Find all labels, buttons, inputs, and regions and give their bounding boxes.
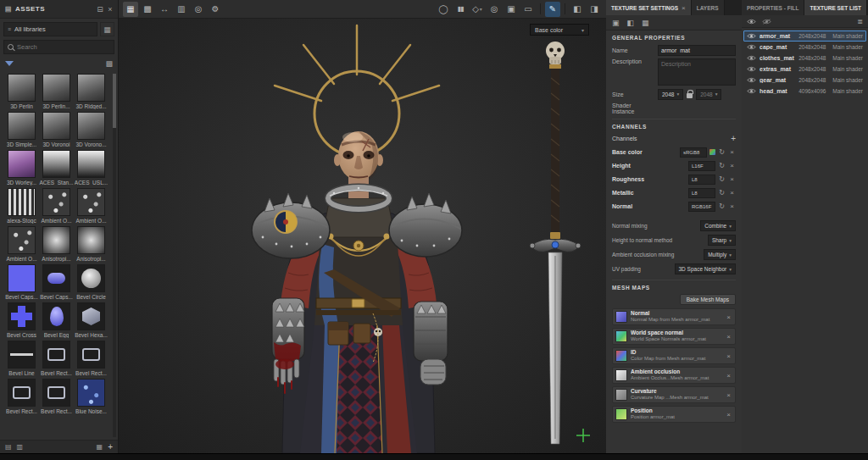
channel-format-dropdown[interactable]: sRGB8 xyxy=(680,147,707,158)
asset-item[interactable]: 3D Perlin... xyxy=(39,74,74,109)
asset-item[interactable]: ACES_Stan... xyxy=(39,150,74,186)
falloff-icon[interactable]: ◎ xyxy=(487,2,502,17)
texture-set-row[interactable]: clothes_mat 2048x2048 Main shader xyxy=(743,53,866,64)
viewport-settings-icon[interactable]: ⚙ xyxy=(208,2,223,17)
asset-item[interactable]: Bevel Rect... xyxy=(39,341,74,376)
delete-channel-icon[interactable]: × xyxy=(728,162,736,169)
display-settings-icon[interactable]: ▭ xyxy=(520,2,536,17)
tile-mode-icon[interactable]: ▥ xyxy=(174,2,189,17)
asset-item[interactable]: 3D Ridged... xyxy=(74,74,108,109)
shelf-grid-icon[interactable]: ▦ xyxy=(97,443,103,451)
normal-mixing-dropdown[interactable]: Combine ▾ xyxy=(700,220,736,231)
camera-icon[interactable]: ▣ xyxy=(504,2,519,17)
asset-item[interactable]: Bevel Cross xyxy=(4,302,39,338)
mesh-map-row[interactable]: World space normalWorld Space Normals ar… xyxy=(612,328,736,345)
asset-item[interactable]: Bevel Circle xyxy=(74,264,108,300)
texture-set-row[interactable]: head_mat 4096x4096 Main shader xyxy=(743,86,866,97)
asset-item[interactable]: Bevel Rect... xyxy=(39,379,74,414)
library-dropdown[interactable]: ≡ All libraries xyxy=(3,22,97,36)
perspective-grid-icon[interactable]: ▦ xyxy=(123,2,138,17)
clear-mesh-map-icon[interactable]: × xyxy=(725,411,732,418)
description-field[interactable]: Description xyxy=(658,58,736,86)
asset-item[interactable]: 3D Worley... xyxy=(4,150,39,186)
clear-mesh-map-icon[interactable]: × xyxy=(725,352,732,360)
search-input[interactable] xyxy=(17,43,110,51)
asset-item[interactable]: Bevel Egg xyxy=(39,302,74,338)
asset-item[interactable]: Ambient O... xyxy=(74,188,108,224)
shelf-list-icon[interactable]: ▥ xyxy=(17,443,24,451)
texture-set-row[interactable]: extras_mat 2048x2048 Main shader xyxy=(743,64,866,75)
viewport-channel-dropdown[interactable]: Base color ▾ xyxy=(530,24,589,36)
asset-item[interactable]: 3D Perlin xyxy=(4,74,39,109)
selection-shape-icon[interactable]: ◇▾ xyxy=(470,2,485,17)
mesh-map-row[interactable]: NormalNormal Map from Mesh armor_mat × xyxy=(612,308,736,325)
eye-icon[interactable] xyxy=(747,77,756,83)
reset-channel-icon[interactable]: ↻ xyxy=(718,162,726,169)
asset-item[interactable]: Bevel Line xyxy=(4,341,39,376)
eye-icon[interactable] xyxy=(747,55,756,61)
panel-right-toggle-icon[interactable]: ◨ xyxy=(587,2,602,17)
add-channel-button[interactable]: + xyxy=(731,134,736,143)
mesh-map-row[interactable]: IDColor Map from Mesh armor_mat × xyxy=(612,347,736,364)
reset-channel-icon[interactable]: ↻ xyxy=(718,202,726,210)
asset-item[interactable]: Bevel Rect... xyxy=(4,379,39,414)
clear-mesh-map-icon[interactable]: × xyxy=(725,391,732,399)
shelf-view-icon[interactable]: ▤ xyxy=(5,443,12,451)
tab-properties-fill[interactable]: PROPERTIES - FILL xyxy=(742,0,804,15)
tab-texture-set-list[interactable]: TEXTURE SET LIST xyxy=(804,0,867,15)
delete-channel-icon[interactable]: × xyxy=(728,202,736,210)
uv-mode-icon[interactable]: ▦ xyxy=(642,19,649,27)
asset-item[interactable]: 3D Vorono... xyxy=(74,112,108,147)
assets-scrollbar-thumb[interactable] xyxy=(113,74,116,128)
focus-icon[interactable]: ◎ xyxy=(191,2,206,17)
clear-mesh-map-icon[interactable]: × xyxy=(725,313,732,321)
list-options-icon[interactable]: ≣ xyxy=(857,18,863,25)
size-dropdown[interactable]: 2048 ▾ xyxy=(658,89,683,100)
viewport-3d-canvas[interactable]: Base color ▾ xyxy=(119,19,606,453)
asset-item[interactable]: Bevel Caps... xyxy=(4,264,39,300)
height-to-normal-dropdown[interactable]: Sharp ▾ xyxy=(708,235,736,246)
channel-format-dropdown[interactable]: L8 xyxy=(688,175,715,185)
material-mode-icon[interactable]: ▣ xyxy=(612,19,620,27)
reset-channel-icon[interactable]: ↻ xyxy=(718,189,726,197)
close-tab-icon[interactable]: × xyxy=(682,4,686,12)
thumbnail-size-icon[interactable]: ▩ xyxy=(105,59,113,68)
mesh-map-row[interactable]: PositionPosition armor_mat × xyxy=(612,406,736,423)
name-field[interactable] xyxy=(658,45,736,56)
asset-item[interactable]: Blue Noise... xyxy=(74,379,108,414)
eye-icon[interactable] xyxy=(747,66,756,72)
asset-item[interactable]: Bevel Hexa... xyxy=(74,302,108,338)
filter-icon[interactable] xyxy=(5,61,14,66)
asset-item[interactable]: Bevel Rect... xyxy=(74,341,108,376)
asset-item[interactable]: Anisotropi... xyxy=(39,226,74,262)
delete-channel-icon[interactable]: × xyxy=(728,189,736,197)
texture-set-row[interactable]: gear_mat 2048x2048 Main shader xyxy=(743,75,866,86)
ao-mixing-dropdown[interactable]: Multiply ▾ xyxy=(704,249,736,260)
lock-aspect-icon[interactable] xyxy=(687,93,693,98)
symmetry-icon[interactable]: ↔ xyxy=(157,2,172,17)
tab-texture-set-settings[interactable]: TEXTURE SET SETTINGS × xyxy=(606,0,692,15)
asset-item[interactable]: ACES_USL... xyxy=(74,150,108,186)
visibility-icon[interactable]: ◯ xyxy=(436,2,451,17)
paint-tool-icon[interactable]: ✎ xyxy=(545,2,560,17)
solo-view-icon[interactable] xyxy=(762,19,771,25)
channel-format-dropdown[interactable]: L8 xyxy=(688,188,715,198)
clear-mesh-map-icon[interactable]: × xyxy=(725,372,732,380)
dock-panel-icon[interactable]: ⊟ xyxy=(97,5,103,14)
asset-item[interactable]: Ambient O... xyxy=(39,188,74,224)
asset-item[interactable]: Anisotropi... xyxy=(74,226,108,262)
eye-icon[interactable] xyxy=(747,44,756,50)
reset-channel-icon[interactable]: ↻ xyxy=(718,148,726,156)
texture-set-row[interactable]: cape_mat 2048x2048 Main shader xyxy=(743,42,866,53)
asset-item[interactable]: Ambient O... xyxy=(4,226,39,262)
eye-icon[interactable] xyxy=(747,88,756,94)
import-resources-button[interactable]: + xyxy=(108,442,113,452)
texture-set-row[interactable]: armor_mat 2048x2048 Main shader xyxy=(743,30,866,42)
asset-item[interactable]: Bevel Caps... xyxy=(39,264,74,300)
show-all-icon[interactable] xyxy=(747,19,756,25)
asset-item[interactable]: 3D Voronoi xyxy=(39,112,74,147)
channel-format-dropdown[interactable]: RGB16F xyxy=(688,202,715,212)
delete-channel-icon[interactable]: × xyxy=(728,148,736,156)
stack-mode-icon[interactable]: ◧ xyxy=(627,19,635,27)
bake-mesh-maps-button[interactable]: Bake Mesh Maps xyxy=(680,294,736,305)
